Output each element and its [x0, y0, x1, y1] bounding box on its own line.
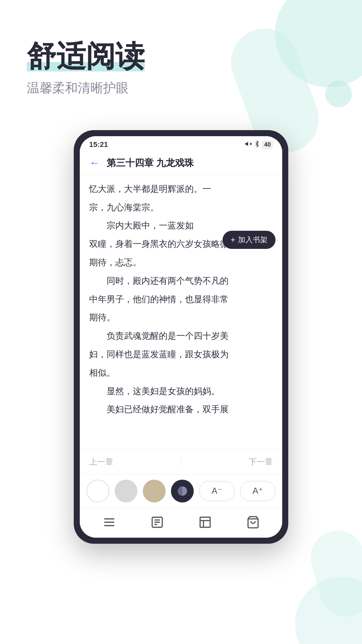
add-shelf-tooltip[interactable]: + 加入书架	[223, 231, 276, 249]
theme-bar: A⁻ A⁺	[80, 474, 282, 508]
content-line-1: 忆大派，大半都是明辉派的。一	[89, 181, 273, 197]
nav-bar: ← 第三十四章 九龙戏珠	[80, 152, 282, 174]
status-icons: 40	[245, 140, 273, 149]
font-decrease-btn[interactable]: A⁻	[199, 481, 235, 501]
volume-icon	[245, 140, 252, 149]
chapter-title: 第三十四章 九龙戏珠	[107, 157, 194, 169]
prev-chapter-btn[interactable]: 上一章	[89, 457, 113, 467]
bottom-nav-menu[interactable]	[101, 514, 118, 531]
header-section: 舒适阅读 温馨柔和清晰护眼	[0, 0, 362, 110]
menu-icon	[101, 514, 118, 531]
bluetooth-icon	[254, 140, 260, 149]
phone-outer: 15:21 40	[74, 130, 288, 544]
reading-content: 忆大派，大半都是明辉派的。一 宗，九心海棠宗。 宗内大殿中，一蓝发如 双瞳，身着…	[80, 174, 282, 449]
content-line-6: 同时，殿内还有两个气势不凡的	[89, 273, 273, 289]
cart-icon	[244, 514, 262, 531]
tooltip-label: 加入书架	[238, 235, 267, 245]
content-line-5: 期待，忐忑。	[89, 255, 273, 270]
status-time: 15:21	[89, 140, 108, 149]
content-line-10: 妇，同样也是蓝发蓝瞳，跟女孩极为	[89, 346, 273, 362]
bottom-nav-bookmark[interactable]	[148, 514, 166, 531]
bottom-nav-settings[interactable]	[196, 514, 214, 531]
content-line-12: 显然，这美妇是女孩的妈妈。	[89, 383, 273, 399]
content-line-7: 中年男子，他们的神情，也显得非常	[89, 291, 273, 307]
chapter-navigation: 上一章 下一章	[80, 449, 282, 474]
battery-icon: 40	[262, 141, 273, 149]
content-line-13: 美妇已经做好觉醒准备，双手展	[89, 401, 273, 417]
content-line-2: 宗，九心海棠宗。	[89, 200, 273, 215]
svg-rect-10	[200, 517, 210, 527]
content-line-8: 期待。	[89, 310, 273, 325]
phone-inner: 15:21 40	[80, 136, 282, 538]
theme-dark-btn[interactable]	[171, 480, 194, 502]
tooltip-plus-icon: +	[231, 235, 235, 245]
bottom-nav-cart[interactable]	[244, 514, 262, 531]
theme-gray-btn[interactable]	[115, 480, 137, 502]
bookmark-list-icon	[148, 514, 166, 531]
settings-icon	[196, 514, 214, 531]
content-line-9: 负责武魂觉醒的是一个四十岁美	[89, 328, 273, 344]
content-wrapper: + 加入书架 忆大派，大半都是明辉派的。一 宗，九心海棠宗。 宗内大殿中，一蓝发…	[80, 174, 282, 449]
status-bar: 15:21 40	[80, 136, 282, 152]
bottom-nav	[80, 508, 282, 538]
svg-marker-0	[245, 142, 248, 146]
font-increase-btn[interactable]: A⁺	[240, 481, 276, 501]
phone-mockup: 15:21 40	[74, 130, 288, 544]
theme-white-btn[interactable]	[86, 480, 109, 502]
chapter-divider	[181, 458, 181, 466]
sub-title: 温馨柔和清晰护眼	[27, 79, 335, 97]
next-chapter-btn[interactable]: 下一章	[249, 457, 273, 467]
content-line-11: 相似。	[89, 365, 273, 381]
back-button[interactable]: ←	[89, 157, 100, 169]
theme-warm-btn[interactable]	[143, 480, 166, 502]
main-title: 舒适阅读	[27, 40, 145, 73]
